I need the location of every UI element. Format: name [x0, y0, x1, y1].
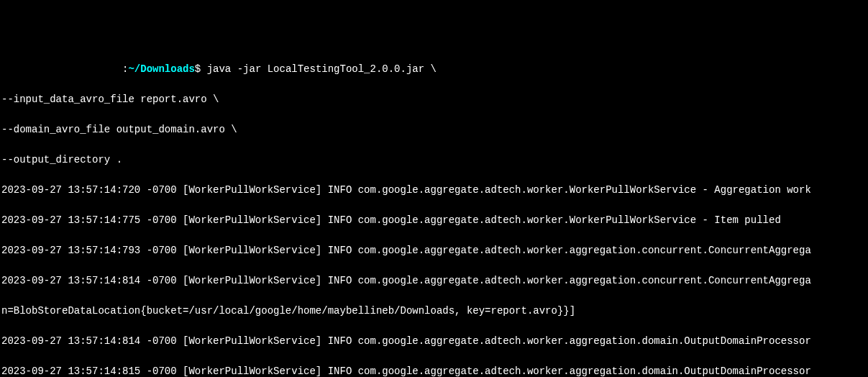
prompt-dollar: $	[195, 63, 201, 75]
terminal-output-line: --input_data_avro_file report.avro \	[1, 92, 867, 107]
prompt-path: ~/Downloads	[128, 63, 194, 75]
terminal-output-line: --domain_avro_file output_domain.avro \	[1, 122, 867, 137]
terminal-output-line: n=BlobStoreDataLocation{bucket=/usr/loca…	[1, 304, 867, 319]
terminal-output-line: 2023-09-27 13:57:14:814 -0700 [WorkerPul…	[1, 334, 867, 349]
terminal-output-line: 2023-09-27 13:57:14:720 -0700 [WorkerPul…	[1, 183, 867, 198]
terminal-output-line: --output_directory .	[1, 153, 867, 168]
terminal-output-line: 2023-09-27 13:57:14:775 -0700 [WorkerPul…	[1, 213, 867, 228]
terminal-output-line: 2023-09-27 13:57:14:815 -0700 [WorkerPul…	[1, 364, 867, 377]
terminal-output-line: 2023-09-27 13:57:14:814 -0700 [WorkerPul…	[1, 273, 867, 289]
terminal-output-line: 2023-09-27 13:57:14:793 -0700 [WorkerPul…	[1, 243, 867, 258]
redacted-hostname: ████████████████████	[1, 62, 122, 77]
command-text: java -jar LocalTestingTool_2.0.0.jar \	[201, 63, 437, 75]
terminal-prompt-line[interactable]: ████████████████████:~/Downloads$ java -…	[1, 62, 867, 77]
